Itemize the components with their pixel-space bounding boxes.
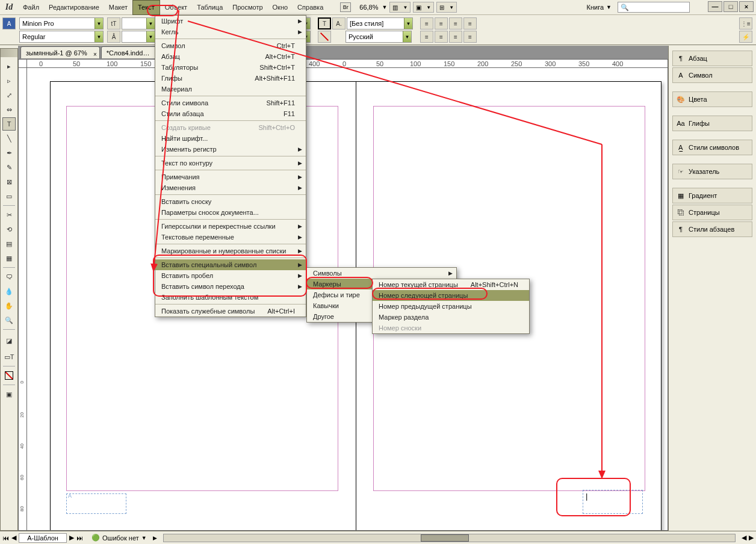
align-right-icon[interactable]: ≡ — [449, 17, 462, 29]
hand-tool[interactable]: ✋ — [2, 299, 16, 312]
panel-Цвета[interactable]: 🎨Цвета — [672, 91, 752, 107]
menu-item[interactable]: Примечания▶ — [155, 172, 306, 182]
justify-icon[interactable]: ≡ — [463, 17, 477, 29]
doc-tab[interactable]: зымянный-1 @ 67%× — [20, 46, 100, 58]
font-style-field[interactable]: Regular▼ — [19, 31, 104, 43]
justify-right-icon[interactable]: ≡ — [449, 31, 462, 43]
align-center-icon[interactable]: ≡ — [435, 17, 448, 29]
pen-tool[interactable]: ✒ — [2, 146, 16, 159]
scissors-tool[interactable]: ✂ — [2, 208, 16, 221]
gradient-feather-tool[interactable]: ▦ — [2, 252, 16, 265]
panel-Страницы[interactable]: ⿻Страницы — [672, 205, 752, 220]
markers-submenu[interactable]: Номер текущей страницыAlt+Shift+Ctrl+NНо… — [372, 279, 530, 334]
panel-Символ[interactable]: AСимвол — [672, 67, 752, 83]
arrange-dropdown[interactable]: ⊞▼ — [436, 2, 457, 13]
menu-item[interactable]: Изменения▶ — [155, 182, 306, 193]
menu-item[interactable]: Стили символаShift+F11 — [155, 97, 306, 108]
align-left-icon[interactable]: ≡ — [420, 17, 433, 29]
menu-item[interactable]: Параметры сносок документа... — [155, 207, 306, 218]
menu-item[interactable]: ТабуляторыShift+Ctrl+T — [155, 62, 306, 73]
menu-item[interactable]: Номер предыдущей страницы — [373, 301, 529, 312]
menu-item[interactable]: Стили абзацаF11 — [155, 108, 306, 119]
fill-proxy[interactable]: T — [318, 17, 331, 29]
menu-item[interactable]: Кегль▶ — [155, 26, 306, 37]
screen-mode-dropdown[interactable]: ▣▼ — [413, 2, 434, 13]
zoom-level[interactable]: 66,8% — [356, 2, 382, 12]
panel-Абзац[interactable]: ¶Абзац — [672, 51, 752, 66]
view-mode-dropdown[interactable]: ▥▼ — [389, 2, 411, 13]
menu-item[interactable]: Материал — [155, 84, 306, 94]
minimize-button[interactable]: — — [708, 1, 722, 12]
page-tool[interactable]: ⤢ — [2, 88, 16, 102]
menu-item[interactable]: Текстовые переменные▶ — [155, 232, 306, 243]
line-tool[interactable]: ╲ — [2, 132, 16, 145]
maximize-button[interactable]: □ — [723, 1, 738, 12]
menu-item[interactable]: Текст по контуру▶ — [155, 158, 306, 168]
rect-tool[interactable]: ▭ — [2, 190, 16, 203]
menu-item[interactable]: Найти шрифт... — [155, 133, 306, 144]
fill-stroke-proxy[interactable]: ◪ — [2, 332, 16, 349]
direct-selection-tool[interactable]: ▹ — [2, 74, 16, 87]
menu-item[interactable]: ГлифыAlt+Shift+F11 — [155, 73, 306, 84]
frame-tool[interactable]: ⊠ — [2, 175, 16, 188]
pencil-tool[interactable]: ✎ — [2, 161, 16, 174]
quick-apply-icon[interactable]: ⚡ — [739, 31, 752, 43]
menu-item[interactable]: Гиперссылки и перекрестные ссылки▶ — [155, 221, 306, 232]
menu-окно[interactable]: Окно — [268, 0, 293, 15]
stroke-proxy[interactable] — [318, 31, 331, 43]
bridge-icon[interactable]: Br — [340, 2, 351, 12]
menu-item[interactable]: Маркер раздела — [373, 312, 529, 323]
menu-item[interactable]: Создать кривыеShift+Ctrl+O — [155, 122, 306, 133]
page-indicator[interactable]: А-Шаблон — [19, 533, 67, 543]
eyedropper-tool[interactable]: 💧 — [2, 285, 16, 298]
transform-tool[interactable]: ⟲ — [2, 223, 16, 236]
menu-справка[interactable]: Справка — [293, 0, 328, 15]
menu-item[interactable]: СимволCtrl+T — [155, 40, 306, 51]
left-page-number-frame[interactable]: A — [66, 493, 126, 514]
justify-left-icon[interactable]: ≡ — [420, 31, 433, 43]
font-family-field[interactable]: Minion Pro▼ — [19, 17, 104, 29]
next-page-button[interactable]: ▶ — [69, 534, 74, 542]
apply-color-icon[interactable] — [2, 369, 16, 382]
menu-item[interactable]: Вставить сноску — [155, 196, 306, 207]
preflight-status-icon[interactable]: 🟢 — [91, 534, 100, 542]
menu-файл[interactable]: Файл — [18, 0, 44, 15]
doc-tab[interactable]: *Слов4.indd…× — [101, 46, 163, 58]
menu-item[interactable]: Изменить регистр▶ — [155, 144, 306, 155]
menu-item[interactable]: АбзацAlt+Ctrl+T — [155, 51, 306, 62]
gradient-swatch-tool[interactable]: ▤ — [2, 237, 16, 250]
menu-макет[interactable]: Макет — [104, 0, 132, 15]
menu-редактирование[interactable]: Редактирование — [44, 0, 104, 15]
panel-Градиент[interactable]: ▦Градиент — [672, 188, 752, 203]
type-tool[interactable]: T — [2, 117, 16, 131]
panel-Указатель[interactable]: ☞Указатель — [672, 164, 752, 179]
note-tool[interactable]: 🗨 — [2, 270, 16, 283]
panel-Стили абзацев[interactable]: ¶Стили абзацев — [672, 221, 752, 237]
menu-таблица[interactable]: Таблица — [192, 0, 228, 15]
workspace-switcher[interactable]: Книга — [587, 4, 604, 11]
close-button[interactable]: × — [739, 1, 754, 12]
font-size-field[interactable]: ▼ — [122, 17, 155, 29]
format-container-icon[interactable]: ▭T — [2, 350, 16, 363]
last-page-button[interactable]: ⏭ — [76, 534, 83, 542]
zoom-tool[interactable]: 🔍 — [2, 314, 16, 327]
leading-field[interactable]: ▼ — [122, 31, 155, 43]
language-field[interactable]: Русский▼ — [345, 31, 412, 43]
menu-item[interactable]: Номер сноски — [373, 323, 529, 333]
search-input[interactable]: 🔍 — [618, 2, 690, 13]
gap-tool[interactable]: ⇔ — [2, 103, 16, 116]
prev-page-button[interactable]: ◀ — [11, 534, 16, 542]
char-style-field[interactable]: [Без стиля]▼ — [347, 17, 413, 29]
menu-просмотр[interactable]: Просмотр — [228, 0, 267, 15]
panel-menu-icon[interactable]: ⋮≡ — [739, 17, 752, 29]
panel-Глифы[interactable]: AaГлифы — [672, 116, 752, 131]
char-mode-icon[interactable]: A — [2, 17, 16, 29]
selection-tool[interactable]: ▸ — [2, 60, 16, 73]
menu-item[interactable]: Шрифт▶ — [155, 16, 306, 26]
horizontal-scrollbar[interactable] — [163, 534, 736, 542]
justify-full-icon[interactable]: ≡ — [463, 31, 477, 43]
justify-center-icon[interactable]: ≡ — [435, 31, 448, 43]
view-mode-icon[interactable]: ▣ — [2, 388, 16, 401]
panel-Стили символов[interactable]: A̲Стили символов — [672, 140, 752, 155]
first-page-button[interactable]: ⏮ — [2, 534, 9, 542]
